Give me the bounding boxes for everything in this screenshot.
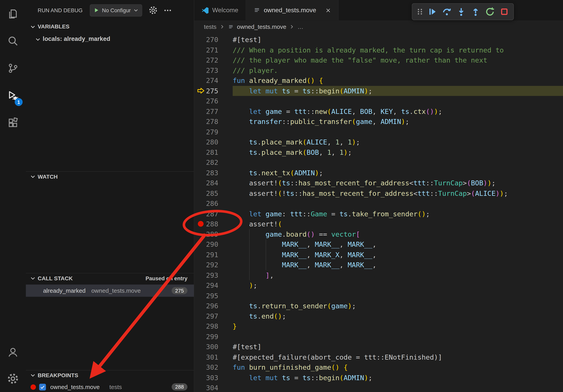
code-text[interactable]: fun already_marked() {	[232, 75, 563, 86]
code-text[interactable]: let mut ts = ts::begin(ADMIN);	[232, 372, 563, 383]
activity-item-extensions[interactable]	[0, 109, 26, 136]
line-number[interactable]: 288	[205, 220, 218, 228]
gutter-glyph-margin[interactable]	[196, 352, 205, 362]
line-number[interactable]: 280	[205, 138, 218, 146]
code-line[interactable]: 281 ts.place_mark(BOB, 1, 1);	[194, 147, 563, 157]
gutter-glyph-margin[interactable]	[196, 198, 205, 209]
line-number[interactable]: 301	[205, 353, 218, 361]
gutter-glyph-margin[interactable]	[196, 75, 205, 86]
line-number[interactable]: 284	[205, 179, 218, 187]
line-number[interactable]: 304	[205, 384, 218, 392]
toolbar-drag-handle[interactable]	[414, 5, 425, 19]
code-line[interactable]: 282	[194, 157, 563, 168]
code-text[interactable]: ts.return_to_sender(game);	[232, 301, 563, 311]
code-text[interactable]: ts.place_mark(ALICE, 1, 1);	[232, 137, 563, 147]
line-number[interactable]: 270	[205, 36, 218, 44]
code-line[interactable]: 273/// player.	[194, 65, 563, 75]
code-line[interactable]: 284 assert!(ts::has_most_recent_for_addr…	[194, 178, 563, 188]
code-text[interactable]: let game = ttt::new(ALICE, BOB, KEY, ts.…	[232, 106, 563, 117]
current-line-arrow-icon[interactable]	[196, 86, 205, 96]
breakpoints-section-header[interactable]: BREAKPOINTS	[26, 370, 194, 380]
code-line[interactable]: 296 ts.return_to_sender(game);	[194, 301, 563, 311]
call-stack-section-header[interactable]: CALL STACK Paused on entry	[26, 273, 194, 283]
code-text[interactable]: #[test]	[232, 342, 563, 352]
activity-item-run-debug[interactable]: 1	[0, 82, 26, 109]
breadcrumb-folder[interactable]: tests	[204, 23, 217, 30]
gutter-glyph-margin[interactable]	[196, 45, 205, 55]
line-number[interactable]: 294	[205, 281, 218, 289]
gutter-glyph-margin[interactable]	[196, 106, 205, 117]
breadcrumb-symbol-ellipsis[interactable]: …	[297, 23, 303, 30]
more-actions-button[interactable]	[163, 6, 172, 15]
gutter-glyph-margin[interactable]	[196, 239, 205, 249]
gutter-glyph-margin[interactable]	[196, 362, 205, 372]
code-line[interactable]: 299	[194, 331, 563, 342]
code-text[interactable]: ts.place_mark(BOB, 1, 1);	[232, 147, 563, 157]
line-number[interactable]: 271	[205, 46, 218, 54]
code-line[interactable]: 288 assert!(	[194, 219, 563, 229]
step-out-button[interactable]	[468, 5, 483, 19]
code-area[interactable]: 270#[test]271/// When a position is alre…	[194, 33, 563, 392]
code-line[interactable]: 283 ts.next_tx(ADMIN);	[194, 168, 563, 178]
code-line[interactable]: 277 let game = ttt::new(ALICE, BOB, KEY,…	[194, 106, 563, 117]
line-number[interactable]: 289	[205, 230, 218, 238]
watch-section-header[interactable]: WATCH	[26, 171, 194, 181]
code-text[interactable]: assert!(ts::has_most_recent_for_address<…	[232, 178, 563, 188]
code-line[interactable]: 304	[194, 382, 563, 392]
code-text[interactable]	[232, 96, 563, 106]
gutter-glyph-margin[interactable]	[196, 290, 205, 301]
line-number[interactable]: 287	[205, 210, 218, 218]
debug-config-dropdown[interactable]: No Configur	[90, 4, 142, 16]
code-text[interactable]: assert!(	[232, 219, 563, 229]
gutter-glyph-margin[interactable]	[196, 280, 205, 290]
code-text[interactable]: /// When a position is already marked, t…	[232, 45, 563, 55]
code-line[interactable]: 272/// the player who made the "false" m…	[194, 55, 563, 65]
line-number[interactable]: 300	[205, 343, 218, 351]
line-number[interactable]: 276	[205, 97, 218, 105]
gutter-glyph-margin[interactable]	[196, 301, 205, 311]
gutter-glyph-margin[interactable]	[196, 331, 205, 342]
variables-scope-row[interactable]: locals: already_marked	[26, 34, 194, 45]
start-debug-play-icon[interactable]	[93, 7, 99, 13]
code-line[interactable]: 286	[194, 198, 563, 209]
code-text[interactable]: #[expected_failure(abort_code = ttt::ENo…	[232, 352, 563, 362]
code-line[interactable]: 279	[194, 127, 563, 137]
gutter-glyph-margin[interactable]	[196, 117, 205, 127]
line-number[interactable]: 290	[205, 240, 218, 248]
gutter-glyph-margin[interactable]	[196, 55, 205, 65]
gutter-glyph-margin[interactable]	[196, 372, 205, 383]
code-text[interactable]: }	[232, 321, 563, 331]
gutter-glyph-margin[interactable]	[196, 65, 205, 75]
code-line[interactable]: 300#[test]	[194, 342, 563, 352]
debug-settings-button[interactable]	[149, 6, 158, 15]
code-text[interactable]	[232, 382, 563, 392]
code-text[interactable]: MARK__, MARK_X, MARK__,	[232, 249, 563, 260]
activity-item-search[interactable]	[0, 27, 26, 54]
gutter-glyph-margin[interactable]	[196, 249, 205, 260]
stop-button[interactable]	[497, 5, 511, 19]
code-text[interactable]: let mut ts = ts::begin(ADMIN);	[232, 86, 563, 96]
gutter-glyph-margin[interactable]	[196, 311, 205, 321]
activity-item-settings[interactable]	[0, 365, 26, 392]
line-number[interactable]: 296	[205, 302, 218, 310]
code-line[interactable]: 290 MARK__, MARK__, MARK__,	[194, 239, 563, 249]
code-line[interactable]: 275 let mut ts = ts::begin(ADMIN);	[194, 86, 563, 96]
code-text[interactable]	[232, 290, 563, 301]
gutter-glyph-margin[interactable]	[196, 209, 205, 219]
code-text[interactable]: MARK__, MARK__, MARK__,	[232, 239, 563, 249]
code-text[interactable]: ts.next_tx(ADMIN);	[232, 168, 563, 178]
code-text[interactable]: ts.end();	[232, 311, 563, 321]
activity-item-source-control[interactable]	[0, 55, 26, 82]
gutter-glyph-margin[interactable]	[196, 342, 205, 352]
code-line[interactable]: 274fun already_marked() {	[194, 75, 563, 86]
code-text[interactable]	[232, 127, 563, 137]
gutter-glyph-margin[interactable]	[196, 96, 205, 106]
code-line[interactable]: 294 );	[194, 280, 563, 290]
code-text[interactable]: let game: ttt::Game = ts.take_from_sende…	[232, 209, 563, 219]
line-number[interactable]: 273	[205, 66, 218, 74]
code-text[interactable]: /// player.	[232, 65, 563, 75]
line-number[interactable]: 297	[205, 312, 218, 320]
step-over-button[interactable]	[439, 5, 454, 19]
line-number[interactable]: 274	[205, 77, 218, 84]
code-line[interactable]: 270#[test]	[194, 35, 563, 45]
